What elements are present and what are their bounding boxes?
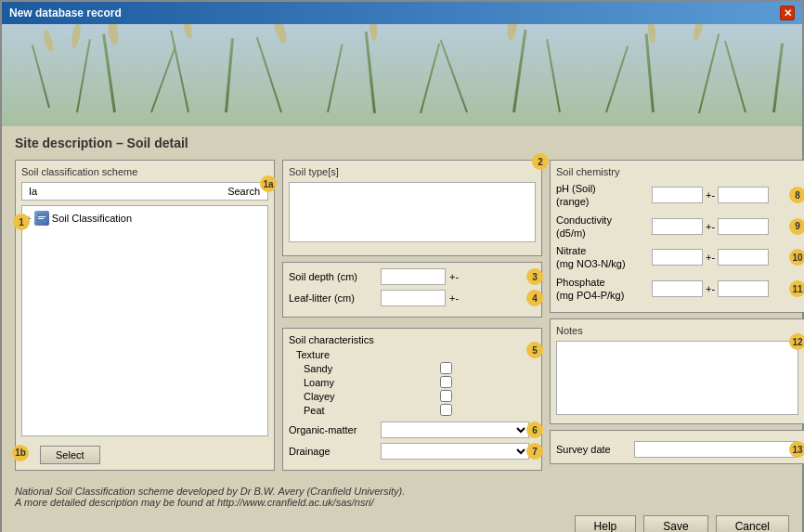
badge-13: 13 [789,441,804,458]
badge-11: 11 [789,280,804,297]
leaf-litter-input[interactable] [381,290,446,306]
conductivity-input-2[interactable] [718,218,769,235]
header-decoration [2,24,802,126]
header-image [2,24,802,126]
conductivity-row: Conductivity(d5/m) +- 9 [556,214,798,240]
badge-12: 12 [789,333,804,350]
texture-section: Texture 5 Sandy Loamy Clayey [289,349,536,416]
badge-8: 8 [789,187,804,203]
soil-types-panel: Soil type[s] 2 [282,160,542,256]
phosphate-row: Phosphate(mg PO4-P/kg) +- 11 [556,276,798,303]
soil-chars-title: Soil characteristics [289,334,536,345]
middle-panel: Soil type[s] 2 Soil depth (cm) +- 3 Leaf… [282,160,542,471]
select-row: 1b Select [21,441,268,464]
texture-clayey: Clayey [304,390,452,402]
conductivity-input-1[interactable] [652,218,703,235]
left-panel-title: Soil classification scheme [21,166,268,177]
soil-depth-panel: Soil depth (cm) +- 3 Leaf-litter (cm) +-… [282,262,542,318]
texture-peat-checkbox[interactable] [440,404,452,416]
select-button[interactable]: Select [40,446,100,464]
badge-1b: 1b [12,445,29,461]
footer-buttons: Help Save Cancel [15,515,789,532]
survey-date-row: Survey date 13 [556,441,798,458]
ph-input-2[interactable] [718,187,769,203]
soil-depth-input[interactable] [381,268,446,285]
phosphate-input-2[interactable] [718,280,769,297]
svg-rect-0 [2,24,802,126]
badge-10: 10 [789,249,804,266]
drainage-row: Drainage 7 [289,443,536,460]
texture-clayey-label: Clayey [304,391,335,402]
tree-item-label: Soil Classification [52,213,132,224]
organic-matter-label: Organic-matter [289,424,377,435]
footer: National Soil Classification scheme deve… [2,480,802,532]
drainage-label: Drainage [289,446,377,457]
notes-textarea[interactable] [556,341,798,415]
soil-depth-label: Soil depth (cm) [289,271,377,282]
texture-sandy: Sandy [304,362,452,374]
phosphate-input-1[interactable] [652,280,703,297]
soil-types-title: Soil type[s] [289,166,536,177]
window-title: New database record [9,6,122,19]
organic-matter-row: Organic-matter 6 [289,422,536,438]
ph-label: pH (Soil)(range) [556,182,649,209]
main-grid: Soil classification scheme Search 1a 1 + [15,160,789,471]
close-button[interactable]: ✕ [780,6,795,20]
main-window: New database record ✕ [0,0,804,532]
badge-9: 9 [789,218,804,235]
title-bar: New database record ✕ [2,2,802,24]
nitrate-input-2[interactable] [718,249,769,266]
phosphate-label: Phosphate(mg PO4-P/kg) [556,276,649,303]
texture-title: Texture [296,349,536,360]
footer-text: National Soil Classification scheme deve… [15,486,789,508]
search-input[interactable] [26,185,227,198]
nitrate-row: Nitrate(mg NO3-N/kg) +- 10 [556,244,798,271]
ph-pm: +- [706,189,715,201]
footer-line2: A more detailed description may be found… [15,497,374,508]
badge-1: 1 [13,214,30,230]
drainage-select[interactable] [381,443,529,460]
leaf-litter-label: Leaf-litter (cm) [289,292,377,304]
badge-3: 3 [526,268,543,285]
leaf-litter-pm: +- [449,292,459,304]
badge-2: 2 [532,153,549,170]
help-button[interactable]: Help [575,515,637,532]
nitrate-label: Nitrate(mg NO3-N/kg) [556,244,649,271]
notes-title: Notes [556,325,798,336]
cancel-button[interactable]: Cancel [716,515,789,532]
badge-6: 6 [526,422,543,438]
badge-5: 5 [526,342,543,358]
ph-input-1[interactable] [652,187,703,203]
conductivity-pm: +- [706,221,715,232]
save-button[interactable]: Save [643,515,707,532]
search-bar: Search 1a [21,182,268,201]
right-panel: Soil chemistry pH (Soil)(range) +- 8 Con… [550,160,804,471]
notes-panel: Notes 12 [550,318,804,424]
survey-date-input[interactable] [634,441,798,458]
nitrate-pm: +- [706,252,715,263]
notes-area-wrapper: 12 [556,341,798,418]
soil-chars-panel: Soil characteristics Texture 5 Sandy Loa… [282,328,542,471]
section-title: Site description – Soil detail [15,136,789,150]
soil-chem-panel: Soil chemistry pH (Soil)(range) +- 8 Con… [550,160,804,313]
badge-7: 7 [526,443,543,460]
organic-matter-select[interactable] [381,422,529,438]
texture-sandy-checkbox[interactable] [440,362,452,374]
badge-4: 4 [526,290,543,306]
tree-view: 1 + Soil Classification [21,205,268,436]
soil-type-area[interactable] [289,182,536,242]
soil-depth-row: Soil depth (cm) +- 3 [289,268,536,285]
texture-peat-label: Peat [304,405,325,416]
texture-clayey-checkbox[interactable] [440,390,452,402]
texture-loamy-label: Loamy [304,377,334,388]
ph-row: pH (Soil)(range) +- 8 [556,182,798,209]
texture-loamy-checkbox[interactable] [440,376,452,388]
texture-peat: Peat [304,404,452,416]
svg-rect-29 [38,216,45,217]
tree-item[interactable]: + Soil Classification [26,210,264,227]
nitrate-input-1[interactable] [652,249,703,266]
survey-date-panel: Survey date 13 [550,430,804,464]
survey-date-label: Survey date [556,444,630,455]
soil-chem-title: Soil chemistry [556,166,798,177]
soil-depth-pm: +- [449,271,459,282]
